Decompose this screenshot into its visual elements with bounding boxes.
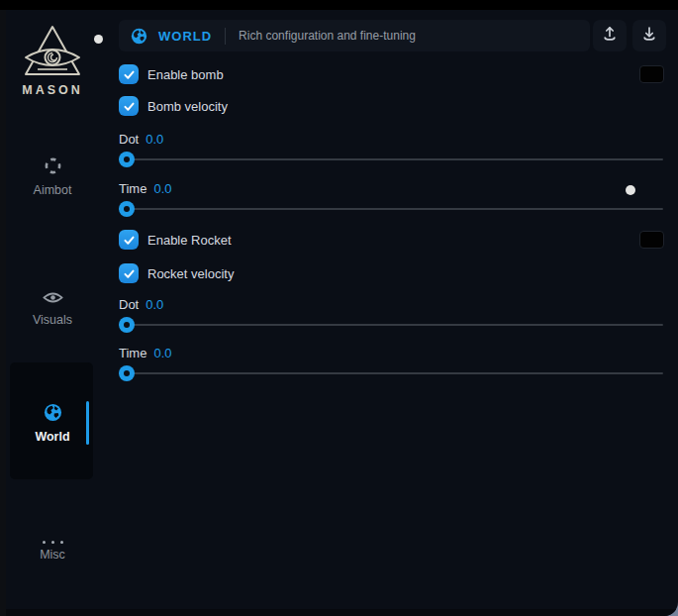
slider-label-row: Time 0.0 [119,181,171,196]
checkbox-label: Bomb velocity [147,99,228,114]
window-top-edge [0,0,678,10]
globe-icon [6,403,99,426]
rocket-velocity-checkbox[interactable] [119,263,139,283]
bomb-dot-slider-thumb[interactable] [119,152,135,167]
header-divider [225,28,226,45]
sidebar-item-label: World [6,430,99,444]
checkbox-row: Bomb velocity [119,96,228,116]
rocket-time-slider-thumb[interactable] [119,365,135,381]
page-header: WORLD Rich configuration and fine-tuning [119,20,590,51]
bomb-dot-slider-track[interactable] [119,158,663,160]
upload-icon [601,25,619,47]
sidebar-item-label: Aimbot [6,183,99,197]
bomb-color-swatch[interactable] [639,65,664,83]
checkbox-row: Enable bomb [119,64,224,84]
sidebar-item-label: Misc [6,548,99,562]
bomb-velocity-checkbox[interactable] [119,96,139,116]
rocket-color-swatch[interactable] [639,231,664,249]
slider-label: Time [119,346,146,360]
slider-label: Dot [119,132,139,147]
page-subtitle: Rich configuration and fine-tuning [239,29,416,43]
checkbox-row: Rocket velocity [119,263,234,283]
export-config-button[interactable] [593,20,627,51]
ellipsis-icon [6,535,99,544]
cursor-dot [94,35,103,44]
globe-icon [131,28,147,45]
cursor-dot [626,185,635,195]
rocket-dot-slider-thumb[interactable] [119,317,135,333]
bomb-time-slider-track[interactable] [119,208,663,210]
sidebar: MASON Aimbot Visuals [6,10,105,616]
mason-logo-icon [24,25,81,78]
slider-value: 0.0 [153,181,171,196]
mason-window: MASON Aimbot Visuals [0,0,678,616]
checkbox-label: Rocket velocity [147,266,234,281]
crosshair-icon [6,156,99,179]
sidebar-item-label: Visuals [6,313,99,327]
page-title: WORLD [158,29,212,44]
sidebar-item-misc[interactable]: Misc [6,535,99,562]
sidebar-item-visuals[interactable]: Visuals [6,290,99,327]
bomb-time-slider-thumb[interactable] [119,201,135,217]
checkbox-label: Enable Rocket [147,233,232,248]
slider-value: 0.0 [153,346,171,360]
rocket-dot-slider-track[interactable] [119,324,663,326]
enable-bomb-checkbox[interactable] [119,64,139,84]
slider-label: Time [119,181,146,196]
rocket-time-slider-track[interactable] [119,372,663,374]
checkbox-row: Enable Rocket [119,230,232,250]
download-icon [640,25,658,47]
slider-label: Dot [119,297,139,312]
slider-value: 0.0 [145,132,163,147]
checkbox-label: Enable bomb [147,67,224,82]
sidebar-item-world[interactable]: World [6,403,99,444]
eye-icon [6,290,99,309]
slider-value: 0.0 [145,297,163,312]
window-bottom-edge [6,609,678,616]
sidebar-item-aimbot[interactable]: Aimbot [6,156,99,197]
logo-wordmark: MASON [6,83,99,97]
import-config-button[interactable] [632,20,666,51]
slider-label-row: Dot 0.0 [119,132,163,147]
slider-label-row: Time 0.0 [119,346,171,360]
slider-label-row: Dot 0.0 [119,297,163,312]
enable-rocket-checkbox[interactable] [119,230,139,250]
